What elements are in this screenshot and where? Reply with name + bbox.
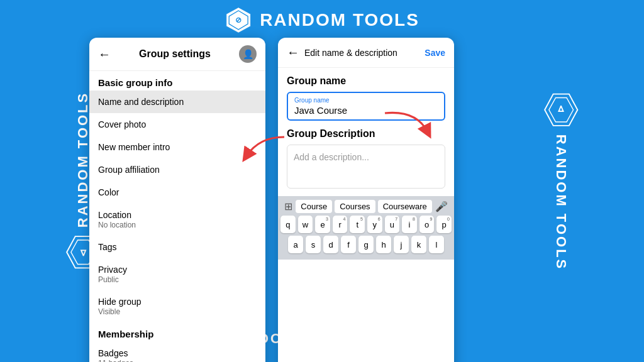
menu-item-badges[interactable]: Badges 11 badges xyxy=(89,342,265,362)
svg-text:⊘: ⊘ xyxy=(235,16,242,25)
key-g[interactable]: g xyxy=(358,236,374,253)
right-screen: ← Edit name & description Save Group nam… xyxy=(278,38,454,362)
key-j[interactable]: j xyxy=(394,236,409,253)
menu-item-group-affiliation[interactable]: Group affiliation xyxy=(89,158,265,181)
mic-icon[interactable]: 🎤 xyxy=(435,200,448,212)
right-screen-title: Edit name & description xyxy=(304,48,397,58)
input-float-label: Group name xyxy=(294,97,438,104)
menu-item-color[interactable]: Color xyxy=(89,181,265,204)
group-name-section: Group name Group name Java Course xyxy=(278,68,454,128)
group-name-input-box[interactable]: Group name Java Course xyxy=(287,92,445,121)
membership-section-title: Membership xyxy=(89,322,265,342)
menu-item-cover-photo[interactable]: Cover photo xyxy=(89,113,265,136)
menu-item-location[interactable]: Location No location xyxy=(89,204,265,236)
logo-icon: ⊘ xyxy=(225,6,252,34)
save-button[interactable]: Save xyxy=(425,48,445,58)
keyboard-grid-icon[interactable]: ⊞ xyxy=(284,200,292,212)
top-header-title: RANDOM TOOLS xyxy=(260,10,419,30)
key-o[interactable]: o9 xyxy=(419,216,435,233)
group-name-label: Group name xyxy=(287,75,445,87)
menu-item-hide-group[interactable]: Hide group Visible xyxy=(89,290,265,322)
key-d[interactable]: d xyxy=(323,236,338,253)
menu-item-new-member-intro[interactable]: New member intro xyxy=(89,136,265,158)
left-screen-header: ← Group settings 👤 xyxy=(89,38,265,71)
group-desc-section: Group Description Add a description... xyxy=(278,128,454,196)
key-f[interactable]: f xyxy=(341,236,356,253)
main-content: ← Group settings 👤 Basic group info Name… xyxy=(89,38,555,362)
keyboard-row-1: q w e3 r4 t5 y6 u7 i8 o9 p0 xyxy=(280,216,452,233)
key-p[interactable]: p0 xyxy=(436,216,452,233)
key-y[interactable]: y6 xyxy=(367,216,382,233)
keyboard: ⊞ Course Courses Courseware 🎤 q w e3 r4 … xyxy=(278,196,454,260)
left-screen-title: Group settings xyxy=(139,48,211,60)
key-a[interactable]: a xyxy=(288,236,303,253)
key-r[interactable]: r4 xyxy=(333,216,348,233)
back-arrow-left[interactable]: ← xyxy=(98,47,111,62)
key-u[interactable]: u7 xyxy=(385,216,400,233)
keyboard-top-row: ⊞ Course Courses Courseware 🎤 xyxy=(280,200,452,213)
menu-item-privacy[interactable]: Privacy Public xyxy=(89,258,265,290)
back-arrow-right[interactable]: ← xyxy=(287,45,299,60)
desc-placeholder: Add a description... xyxy=(294,152,369,162)
key-l[interactable]: l xyxy=(429,236,444,253)
group-desc-input[interactable]: Add a description... xyxy=(287,145,445,189)
svg-text:⊲: ⊲ xyxy=(77,247,88,257)
suggestion-2[interactable]: Courseware xyxy=(378,200,432,213)
top-header: ⊘ RANDOM TOOLS xyxy=(225,6,419,34)
key-h[interactable]: h xyxy=(376,236,391,253)
keyboard-row-2: a s d f g h j k l xyxy=(280,236,452,253)
group-desc-label: Group Description xyxy=(287,128,445,140)
right-header-left: ← Edit name & description xyxy=(287,45,397,60)
key-i[interactable]: i8 xyxy=(402,216,417,233)
key-q[interactable]: q xyxy=(280,216,296,233)
key-t[interactable]: t5 xyxy=(350,216,365,233)
keyboard-suggestions: Course Courses Courseware xyxy=(292,200,435,213)
menu-item-tags[interactable]: Tags xyxy=(89,236,265,258)
right-screen-header: ← Edit name & description Save xyxy=(278,38,454,68)
group-name-value[interactable]: Java Course xyxy=(294,105,438,116)
key-w[interactable]: w xyxy=(298,216,313,233)
key-s[interactable]: s xyxy=(306,236,321,253)
svg-text:⊲: ⊲ xyxy=(556,105,567,115)
basic-section-title: Basic group info xyxy=(89,71,265,90)
key-k[interactable]: k xyxy=(411,236,426,253)
left-screen: ← Group settings 👤 Basic group info Name… xyxy=(89,38,265,362)
suggestion-1[interactable]: Courses xyxy=(335,200,375,213)
avatar: 👤 xyxy=(239,45,257,63)
menu-item-name-description[interactable]: Name and description xyxy=(89,90,265,113)
suggestion-0[interactable]: Course xyxy=(296,200,332,213)
key-e[interactable]: e3 xyxy=(315,216,330,233)
